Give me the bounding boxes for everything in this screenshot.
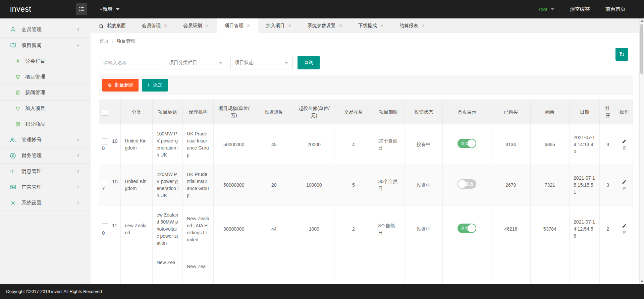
table-row: New Zea New Zea bbox=[99, 253, 633, 284]
cell-agency: New Zealand | AIA Holdings Limited bbox=[183, 205, 214, 253]
home-display-toggle[interactable]: 普通 bbox=[458, 179, 476, 189]
cell-status: 投资中 bbox=[404, 165, 443, 205]
sidebar-item-label: 积分商品 bbox=[25, 121, 45, 127]
col-header-scale: 项目规模(单位/万) bbox=[214, 100, 254, 124]
close-icon[interactable]: × bbox=[422, 23, 425, 28]
tab-downline-commission[interactable]: 下线提成 × bbox=[350, 18, 391, 33]
cell-sort: 3 bbox=[600, 165, 616, 205]
sidebar-item-label: 财务管理 bbox=[21, 153, 42, 159]
tab-member-management[interactable]: 会员管理 × bbox=[134, 18, 175, 33]
cell-duration: 36个自然日 bbox=[373, 165, 404, 205]
chevron-left-icon bbox=[76, 169, 80, 174]
sidebar-item-finance-management[interactable]: 财务管理 bbox=[0, 148, 91, 164]
toggle-knob bbox=[468, 224, 476, 232]
tab-system-params[interactable]: 系统参数设置 × bbox=[299, 18, 350, 33]
breadcrumb-home-link[interactable]: 首页 bbox=[99, 38, 109, 44]
cell-min-amount: 1000 bbox=[294, 205, 334, 253]
select-all-checkbox[interactable] bbox=[102, 110, 108, 116]
edit-icon[interactable] bbox=[620, 180, 629, 184]
cell-profit: 5 bbox=[334, 165, 373, 205]
chevron-left-icon bbox=[76, 27, 80, 32]
cell-status: 投资中 bbox=[404, 205, 443, 253]
cell-agency: UK Prudential Insurance Group bbox=[183, 165, 214, 205]
close-icon[interactable]: × bbox=[205, 23, 208, 28]
sidebar-item-project-news[interactable]: 项目新闻 bbox=[0, 38, 91, 53]
col-header-min-amount: 起投金额(单位/元) bbox=[294, 100, 334, 124]
yen-icon bbox=[9, 152, 16, 159]
tab-project-management[interactable]: 项目管理 × bbox=[217, 18, 258, 33]
home-display-toggle[interactable]: 首页 bbox=[458, 224, 476, 233]
edit-icon[interactable] bbox=[620, 224, 629, 228]
cell-category: new Zealand bbox=[121, 205, 152, 253]
delete-icon[interactable] bbox=[620, 230, 629, 235]
projects-table: 分类 项目标题 保理机构 项目规模(单位/万) 投资进度 起投金额(单位/元) … bbox=[99, 100, 633, 284]
table-row: 108 United Kingdom 100MW PV power genera… bbox=[99, 124, 633, 165]
row-checkbox[interactable] bbox=[102, 138, 108, 144]
col-header-remaining: 剩余 bbox=[530, 100, 570, 124]
tab-my-desktop[interactable]: 我的桌面 bbox=[91, 18, 134, 33]
close-icon[interactable]: × bbox=[164, 23, 167, 28]
close-icon[interactable]: × bbox=[288, 23, 291, 28]
search-button[interactable]: 查询 bbox=[298, 56, 320, 69]
username: root bbox=[539, 6, 547, 12]
breadcrumb-separator: / bbox=[112, 39, 113, 44]
delete-icon[interactable] bbox=[620, 145, 629, 150]
cell-remaining: 7321 bbox=[530, 165, 570, 205]
sidebar-item-news-management[interactable]: 新闻管理 bbox=[0, 85, 91, 101]
sidebar-item-points-goods[interactable]: 积分商品 bbox=[0, 116, 91, 132]
row-checkbox[interactable] bbox=[102, 223, 108, 229]
batch-delete-label: 批量删除 bbox=[115, 82, 133, 88]
users-icon bbox=[9, 136, 16, 143]
scroll-up-arrow-icon[interactable] bbox=[641, 20, 643, 22]
add-button[interactable]: + 添加 bbox=[142, 79, 168, 92]
tab-join-project[interactable]: 加入项目 × bbox=[258, 18, 299, 33]
vertical-scrollbar[interactable] bbox=[639, 18, 644, 284]
name-search-input[interactable] bbox=[99, 56, 161, 69]
col-header-profit: 交易收益 bbox=[334, 100, 373, 124]
sidebar-item-message-management[interactable]: 消息管理 bbox=[0, 164, 91, 179]
sidebar-item-system-settings[interactable]: 系统设置 bbox=[0, 195, 91, 211]
tab-label: 系统参数设置 bbox=[307, 23, 335, 29]
tab-bar: 我的桌面 会员管理 × 会员级别 × 项目管理 × 加入项目 × 系统参数设置 … bbox=[91, 18, 644, 33]
delete-icon[interactable] bbox=[620, 186, 629, 191]
add-new-menu[interactable]: +新增 bbox=[100, 6, 120, 12]
cell-title: ew Zealand 50MW photovoltaic power stati… bbox=[152, 205, 182, 253]
book-icon bbox=[9, 42, 16, 49]
sidebar-collapse-button[interactable] bbox=[76, 3, 87, 15]
tab-settlement-report[interactable]: 结算报表 × bbox=[391, 18, 433, 33]
close-icon[interactable]: × bbox=[380, 23, 383, 28]
scroll-down-arrow-icon[interactable] bbox=[641, 281, 643, 283]
sidebar-item-ad-management[interactable]: 广告管理 bbox=[0, 179, 91, 195]
tab-member-level[interactable]: 会员级别 × bbox=[175, 18, 216, 33]
grid-icon bbox=[15, 121, 21, 127]
sidebar-item-label: 管理帐号 bbox=[21, 137, 42, 143]
user-menu[interactable]: root bbox=[539, 6, 554, 12]
sidebar-item-category-columns[interactable]: 分类栏目 bbox=[0, 53, 91, 69]
sidebar-item-admin-accounts[interactable]: 管理帐号 bbox=[0, 132, 91, 148]
row-checkbox[interactable] bbox=[102, 179, 108, 185]
close-icon[interactable]: × bbox=[339, 23, 342, 28]
cell-progress: 45 bbox=[254, 124, 294, 165]
sidebar-item-join-project[interactable]: 加入项目 bbox=[0, 101, 91, 116]
chevron-down-icon bbox=[116, 8, 120, 10]
category-select-value: 项目分类栏目 bbox=[169, 60, 197, 66]
edit-icon[interactable] bbox=[620, 139, 629, 144]
cell-sort: 3 bbox=[600, 124, 616, 165]
home-display-toggle[interactable]: 首页 bbox=[458, 139, 476, 148]
col-header-progress: 投资进度 bbox=[254, 100, 294, 124]
table-header-row: 分类 项目标题 保理机构 项目规模(单位/万) 投资进度 起投金额(单位/元) … bbox=[99, 100, 633, 124]
status-select[interactable]: 项目状态 bbox=[230, 56, 293, 69]
col-header-status: 投资状态 bbox=[404, 100, 443, 124]
col-header-ops: 操作 bbox=[616, 100, 633, 124]
user-icon bbox=[9, 26, 16, 33]
document-icon bbox=[15, 89, 21, 96]
front-home-link[interactable]: 前台首页 bbox=[605, 6, 626, 12]
clear-cache-link[interactable]: 清空缓存 bbox=[570, 6, 590, 12]
close-icon[interactable]: × bbox=[247, 23, 250, 28]
sidebar-item-member-management[interactable]: 会员管理 bbox=[0, 22, 91, 38]
sidebar-item-project-management[interactable]: 项目管理 bbox=[0, 69, 91, 85]
batch-delete-button[interactable]: 批量删除 bbox=[102, 79, 139, 92]
cell-progress: 20 bbox=[254, 165, 294, 205]
category-select[interactable]: 项目分类栏目 bbox=[165, 56, 227, 69]
scrollbar-thumb[interactable] bbox=[640, 24, 643, 74]
